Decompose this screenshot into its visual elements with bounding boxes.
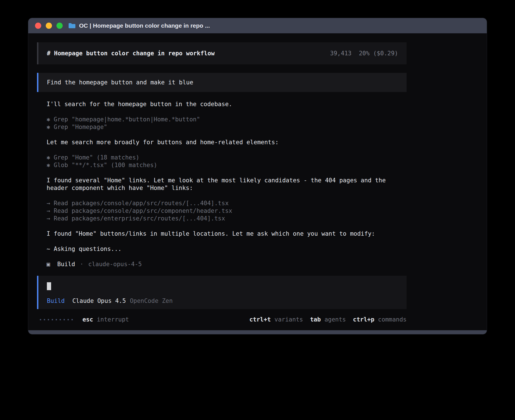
traffic-lights <box>35 23 63 29</box>
hint-key: tab <box>310 316 321 323</box>
agent-model: claude-opus-4-5 <box>88 261 142 268</box>
close-button[interactable] <box>35 23 41 29</box>
window-title-group: OC | Homepage button color change in rep… <box>68 22 210 29</box>
context-usage: 20% ($0.29) <box>359 50 398 57</box>
agent-row: ▣ Build · claude-opus-4-5 <box>47 261 407 268</box>
folder-icon <box>68 23 76 29</box>
tool-call-read: → Read packages/console/app/src/componen… <box>47 207 407 215</box>
hint-key: ctrl+p <box>353 316 374 323</box>
tool-call-grep: ✱ Grep "Homepage" <box>47 123 407 131</box>
terminal-window: OC | Homepage button color change in rep… <box>28 18 487 334</box>
hint-label: variants <box>274 316 303 323</box>
minimize-button[interactable] <box>46 23 52 29</box>
hint-variants: ctrl+t variants <box>249 316 303 323</box>
agent-icon: ▣ <box>47 261 50 268</box>
assistant-text: I found several "Home" links. Let me loo… <box>47 177 407 192</box>
zoom-button[interactable] <box>56 23 63 29</box>
assistant-text: Let me search more broadly for buttons a… <box>47 139 407 146</box>
spinner-dots <box>40 319 73 320</box>
window-title: OC | Homepage button color change in rep… <box>79 22 210 29</box>
hint-key: ctrl+t <box>249 316 271 323</box>
agent-separator: · <box>80 261 84 268</box>
provider-name: OpenCode Zen <box>130 297 173 305</box>
hint-label: commands <box>378 316 407 323</box>
status-text: ~ Asking questions... <box>47 245 407 253</box>
tool-call-grep: ✱ Grep "homepage|home.*button|Home.*butt… <box>47 116 407 123</box>
tool-call-grep: ✱ Grep "Home" (18 matches) <box>47 154 407 161</box>
session-header: # Homepage button color change in repo w… <box>37 42 407 64</box>
prompt-input[interactable]: Build Claude Opus 4.5 OpenCode Zen <box>37 276 407 309</box>
hint-label: agents <box>324 316 346 323</box>
tool-call-glob: ✱ Glob "**/*.tsx" (100 matches) <box>47 161 407 169</box>
hint-commands: ctrl+p commands <box>353 316 407 323</box>
hint-interrupt: esc interrupt <box>82 316 129 323</box>
user-message: Find the homepage button and make it blu… <box>37 73 407 92</box>
tool-call-read: → Read packages/enterprise/src/routes/[.… <box>47 215 407 222</box>
session-title: # Homepage button color change in repo w… <box>47 50 215 57</box>
agent-name: Build <box>57 261 75 268</box>
assistant-text: I'll search for the homepage button in t… <box>47 100 407 108</box>
window-bottom-edge <box>28 330 487 334</box>
titlebar[interactable]: OC | Homepage button color change in rep… <box>28 18 487 33</box>
hint-label: interrupt <box>97 316 129 323</box>
assistant-text: I found "Home" buttons/links in multiple… <box>47 230 407 238</box>
status-bar: esc interrupt ctrl+t variants tab agents… <box>37 316 407 323</box>
session-stats: 39,413 20% ($0.29) <box>330 50 398 57</box>
input-meta: Build Claude Opus 4.5 OpenCode Zen <box>47 297 398 305</box>
token-count: 39,413 <box>330 50 352 57</box>
hint-key: esc <box>82 316 93 323</box>
user-message-text: Find the homepage button and make it blu… <box>47 79 193 86</box>
model-name[interactable]: Claude Opus 4.5 <box>72 297 126 305</box>
hint-agents: tab agents <box>310 316 346 323</box>
transcript: I'll search for the homepage button in t… <box>37 100 407 268</box>
text-cursor <box>47 282 51 290</box>
mode-badge[interactable]: Build <box>47 297 65 305</box>
tool-call-read: → Read packages/console/app/src/routes/[… <box>47 200 407 207</box>
